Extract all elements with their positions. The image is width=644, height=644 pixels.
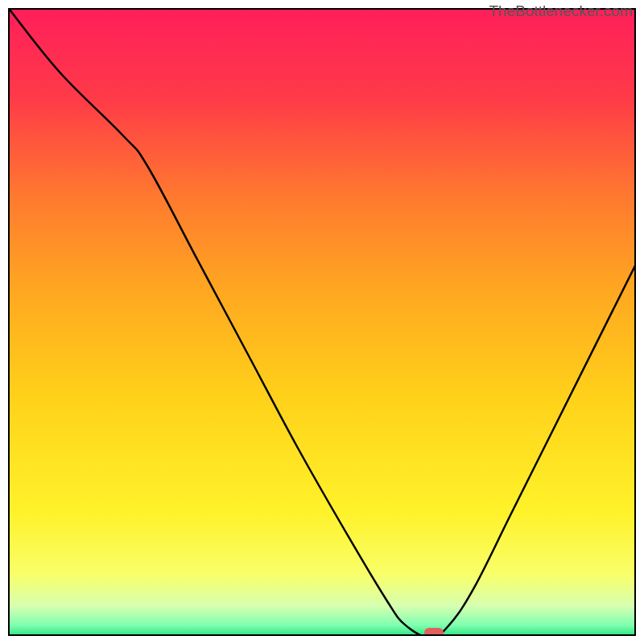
bottleneck-chart: TheBottlenecker.com [0,0,644,644]
plot-area [8,8,636,636]
optimal-marker [424,628,444,636]
bottleneck-curve [10,10,636,636]
attribution-label: TheBottlenecker.com [489,2,633,20]
